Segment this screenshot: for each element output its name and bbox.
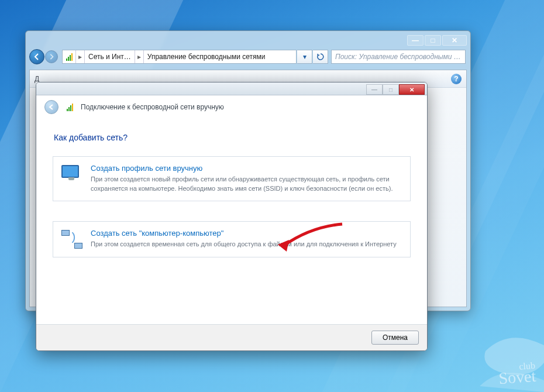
refresh-button[interactable] — [313, 50, 328, 64]
option-adhoc-network[interactable]: Создать сеть "компьютер-компьютер" При э… — [53, 221, 411, 257]
dropdown-button[interactable]: ▾ — [297, 50, 312, 64]
arrow-right-icon — [49, 54, 54, 60]
watermark-bottom: Sovet — [498, 366, 537, 387]
option-title: Создать профиль сети вручную — [91, 164, 402, 173]
option-manual-profile[interactable]: Создать профиль сети вручную При этом со… — [53, 156, 411, 201]
maximize-button[interactable]: □ — [425, 35, 441, 46]
refresh-icon — [317, 53, 324, 60]
wizard-title: Как добавить сеть? — [54, 133, 411, 142]
help-icon[interactable]: ? — [451, 74, 462, 84]
wizard-maximize-button: □ — [383, 84, 399, 95]
wizard-footer: Отмена — [36, 324, 427, 350]
minimize-button[interactable]: — — [407, 35, 424, 46]
arrow-left-icon — [48, 104, 55, 111]
breadcrumb-item[interactable]: Сеть и Инт… — [85, 53, 135, 61]
wizard-dialog: — □ ✕ Подключение к беспроводной сети вр… — [36, 82, 428, 351]
crumb-separator[interactable]: ▸ — [135, 50, 144, 63]
explorer-nav-row: ▸ Сеть и Инт… ▸ Управление беспроводными… — [26, 47, 470, 66]
breadcrumb-item[interactable]: Управление беспроводными сетями — [144, 53, 269, 61]
network-icon — [63, 50, 75, 63]
wizard-minimize-button: — — [366, 84, 383, 95]
adhoc-icon — [61, 229, 82, 250]
computer-icon — [61, 164, 82, 185]
crumb-separator[interactable]: ▸ — [75, 50, 85, 63]
address-bar[interactable]: ▸ Сеть и Инт… ▸ Управление беспроводными… — [62, 50, 297, 64]
wizard-titlebar: — □ ✕ — [36, 82, 427, 95]
wizard-header-text: Подключение к беспроводной сети вручную — [81, 103, 224, 111]
option-description: При этом создается временная сеть для об… — [91, 240, 402, 249]
wizard-content: Как добавить сеть? Создать профиль сети … — [36, 128, 427, 324]
explorer-titlebar: — □ ✕ — [26, 31, 470, 47]
close-button[interactable]: ✕ — [442, 35, 467, 46]
network-icon — [63, 101, 76, 114]
option-title: Создать сеть "компьютер-компьютер" — [91, 229, 402, 238]
wizard-close-button[interactable]: ✕ — [399, 84, 425, 95]
watermark: club Sovet — [498, 362, 536, 386]
forward-button — [45, 50, 58, 63]
option-description: При этом создается новый профиль сети ил… — [91, 175, 402, 194]
wizard-back-button[interactable] — [44, 100, 58, 114]
search-input[interactable]: Поиск: Управление беспроводными … — [331, 50, 466, 64]
arrow-left-icon — [33, 53, 40, 60]
back-button[interactable] — [29, 49, 44, 64]
cancel-button[interactable]: Отмена — [371, 331, 419, 345]
wizard-header: Подключение к беспроводной сети вручную — [36, 95, 427, 128]
